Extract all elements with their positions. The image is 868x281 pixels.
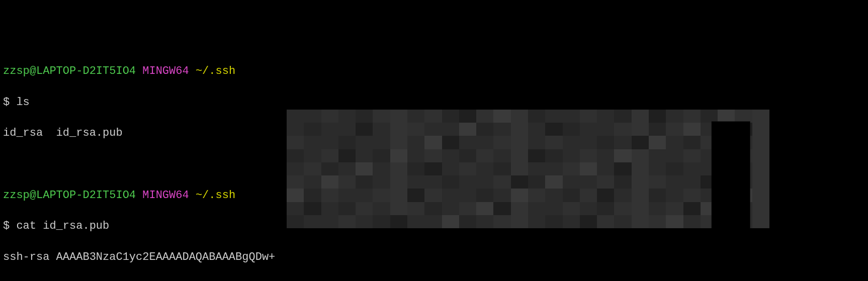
key-part: ssh-rsa AAAAB3NzaC1yc2EAAAADAQABAAABgQDw… bbox=[3, 251, 275, 263]
user-host-1: zzsp@LAPTOP-D2IT5IO4 bbox=[3, 65, 136, 77]
command-text-1: ls bbox=[16, 96, 29, 109]
system-2: MINGW64 bbox=[142, 189, 189, 202]
user-host-2: zzsp@LAPTOP-D2IT5IO4 bbox=[3, 189, 136, 202]
redaction-overlay bbox=[287, 110, 769, 228]
command-line-1[interactable]: $ ls bbox=[3, 95, 865, 111]
prompt-line-1: zzsp@LAPTOP-D2IT5IO4 MINGW64 ~/.ssh bbox=[3, 64, 865, 79]
prompt-symbol-2: $ bbox=[3, 220, 10, 232]
path-1: ~/.ssh bbox=[196, 65, 235, 77]
path-2: ~/.ssh bbox=[196, 189, 235, 202]
system-1: MINGW64 bbox=[142, 65, 189, 77]
ssh-key-line-1: ssh-rsa AAAAB3NzaC1yc2EAAAADAQABAAABgQDw… bbox=[3, 250, 865, 265]
prompt-symbol-1: $ bbox=[3, 96, 10, 109]
command-text-2: cat id_rsa.pub bbox=[16, 220, 109, 232]
